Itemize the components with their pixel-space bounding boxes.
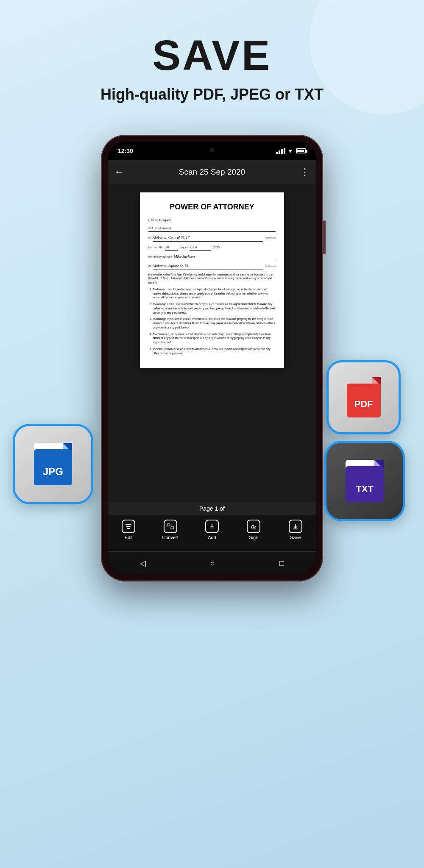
document-content: I, the undersigned, Adam Bronson of Alab… <box>148 218 276 355</box>
add-icon: + <box>205 520 219 533</box>
save-label: Save <box>290 535 301 540</box>
navigation-bar: ◁ ○ □ <box>108 551 316 575</box>
list-item: To manage my business affairs, investmen… <box>153 317 276 329</box>
phone-screen: 12:30 ▼ ← Scan 25 Sep 2020 <box>108 142 316 575</box>
svg-rect-0 <box>167 524 170 526</box>
app-bar-title: Scan 25 Sep 2020 <box>129 167 295 177</box>
toolbar-edit[interactable]: Edit <box>118 520 139 540</box>
phone-body: 12:30 ▼ ← Scan 25 Sep 2020 <box>102 136 322 581</box>
pdf-file-icon: PDF <box>347 377 381 417</box>
status-icons: ▼ <box>276 148 306 154</box>
list-item: To manage and let my immovable property … <box>153 302 276 314</box>
nav-recents-button[interactable]: □ <box>279 559 284 568</box>
nav-back-button[interactable]: ◁ <box>140 559 146 568</box>
jpg-format-badge[interactable]: JPG <box>13 424 93 504</box>
app-bar: ← Scan 25 Sep 2020 ⋮ <box>108 160 316 184</box>
page-subtitle: High-quality PDF, JPEG or TXT <box>0 85 424 105</box>
doc-list: To demand, sue for and recover, and give… <box>153 287 276 356</box>
edit-icon <box>122 520 135 533</box>
txt-format-badge[interactable]: TXT <box>324 441 405 521</box>
jpg-label: JPG <box>34 466 72 478</box>
convert-icon <box>164 520 177 533</box>
signal-icon <box>276 148 285 154</box>
convert-label: Convert <box>162 535 179 540</box>
page-indicator: Page 1 of <box>108 502 316 515</box>
sign-icon-svg <box>250 523 257 530</box>
svg-rect-1 <box>171 527 174 529</box>
battery-icon <box>296 148 306 153</box>
doc-body: (hereinafter called "the Agent") to be m… <box>148 273 276 285</box>
jpg-file-icon: JPG <box>34 443 72 485</box>
status-time: 12:30 <box>118 147 133 154</box>
doc-field-name: Adam Bronson <box>148 225 276 232</box>
camera-notch <box>209 147 215 153</box>
toolbar-add[interactable]: + Add <box>201 520 223 540</box>
list-item: To demand, sue for and recover, and give… <box>153 287 276 300</box>
document-page: POWER OF ATTORNEY I, the undersigned, Ad… <box>140 192 284 368</box>
list-item: To settle, compromise or submit to arbit… <box>153 347 276 356</box>
doc-field-born: born on the 20 day of April 19 90 <box>148 244 276 251</box>
convert-icon-svg <box>167 523 174 530</box>
document-title: POWER OF ATTORNEY <box>148 203 276 211</box>
doc-field-appoint: do hereby appoint Mike Jackson <box>148 253 276 260</box>
bottom-toolbar: Edit Convert <box>108 515 316 551</box>
save-icon <box>289 520 302 533</box>
document-area: POWER OF ATTORNEY I, the undersigned, Ad… <box>108 184 316 502</box>
toolbar-convert[interactable]: Convert <box>160 520 181 540</box>
back-button[interactable]: ← <box>114 167 124 178</box>
toolbar-save[interactable]: Save <box>285 520 306 540</box>
more-options-button[interactable]: ⋮ <box>300 167 310 178</box>
edit-label: Edit <box>125 535 133 540</box>
header-section: SAVE High-quality PDF, JPEG or TXT <box>0 0 424 105</box>
doc-field-address1: of Alabama, Central St, 17 (address) <box>148 234 276 241</box>
toolbar-sign[interactable]: Sign <box>243 520 264 540</box>
txt-label: TXT <box>346 484 384 495</box>
sign-label: Sign <box>249 535 258 540</box>
list-item: To commerce, carry on or defend all acti… <box>153 332 276 345</box>
phone-mockup: 12:30 ▼ ← Scan 25 Sep 2020 <box>102 136 322 581</box>
page-title: SAVE <box>0 34 424 76</box>
add-label: Add <box>208 535 216 540</box>
save-icon-svg <box>292 523 299 530</box>
pdf-format-badge[interactable]: PDF <box>326 360 401 434</box>
wifi-icon: ▼ <box>287 148 293 154</box>
pdf-label: PDF <box>347 399 381 410</box>
txt-file-icon: TXT <box>346 460 384 502</box>
doc-intro: I, the undersigned, <box>148 218 276 223</box>
screen-content: 12:30 ▼ ← Scan 25 Sep 2020 <box>108 142 316 575</box>
doc-field-address2: of Alabama, Square St, 51 (address) <box>148 263 276 270</box>
nav-home-button[interactable]: ○ <box>210 559 215 568</box>
sign-icon <box>247 520 260 533</box>
